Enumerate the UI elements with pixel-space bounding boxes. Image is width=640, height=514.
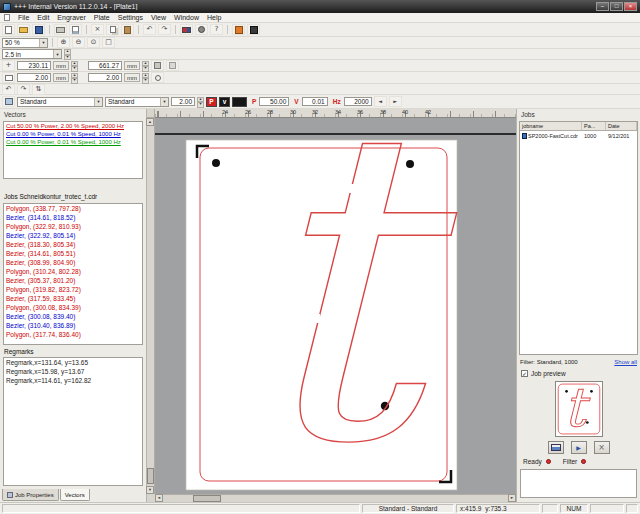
chevron-down-icon[interactable]: ▼: [94, 98, 102, 106]
drawing-area[interactable]: t: [155, 118, 516, 494]
vector-item[interactable]: Bezier, (314.61, 805.51): [4, 249, 142, 258]
vector-item[interactable]: Polygon, (300.08, 834.39): [4, 303, 142, 312]
crosshair-icon[interactable]: +: [2, 60, 15, 71]
width-field[interactable]: 2.00: [17, 73, 51, 82]
delete-job-button[interactable]: ×: [594, 441, 610, 454]
material-icon[interactable]: [2, 96, 15, 107]
gear-icon[interactable]: [195, 24, 208, 35]
vector-item[interactable]: Bezier, (314.61, 818.52): [4, 213, 142, 222]
run-job-button[interactable]: ▶: [571, 441, 587, 454]
vector-item[interactable]: Bezier, (305.37, 801.20): [4, 276, 142, 285]
get-position-icon[interactable]: [151, 60, 164, 71]
vector-item[interactable]: Polygon, (338.77, 797.28): [4, 204, 142, 213]
menu-engraver[interactable]: Engraver: [57, 14, 85, 21]
regmark-item[interactable]: Regmark,x=114.61, y=162.82: [4, 376, 142, 385]
print-preview-icon[interactable]: [69, 24, 82, 35]
print-icon[interactable]: [54, 24, 67, 35]
vector-item[interactable]: Polygon, (319.82, 823.72): [4, 285, 142, 294]
vector-item[interactable]: Bezier, (310.40, 836.89): [4, 321, 142, 330]
frequency-field[interactable]: 2000: [344, 97, 372, 106]
tab-vectors[interactable]: Vectors: [60, 489, 90, 501]
transfer-left-icon[interactable]: ◄: [374, 96, 387, 107]
speed-field[interactable]: 0.01: [302, 97, 328, 106]
power-field[interactable]: 50.00: [259, 97, 289, 106]
cut-icon[interactable]: ×: [91, 24, 104, 35]
job-preview-thumbnail[interactable]: t: [555, 381, 603, 437]
menu-view[interactable]: View: [151, 14, 166, 21]
vertical-scroll-thumb[interactable]: [147, 468, 154, 484]
scroll-down-icon[interactable]: ▼: [146, 486, 154, 494]
regmark-list[interactable]: Regmark,x=131.64, y=13.65 Regmark,x=15.9…: [3, 357, 143, 486]
height-field[interactable]: 2.00: [88, 73, 122, 82]
col-date[interactable]: Date: [606, 122, 637, 130]
process-p-badge[interactable]: P: [206, 97, 217, 107]
color-swatch-badge[interactable]: [232, 97, 247, 107]
zoom-fit-icon[interactable]: □: [102, 37, 115, 48]
maximize-button[interactable]: □: [610, 2, 623, 11]
chevron-down-icon[interactable]: ▼: [53, 50, 61, 58]
scroll-up-icon[interactable]: ▲: [146, 118, 154, 126]
open-folder-icon[interactable]: [17, 24, 30, 35]
paste-icon[interactable]: [121, 24, 134, 35]
rotate-right-icon[interactable]: ↷: [17, 84, 30, 95]
vector-item[interactable]: Bezier, (300.08, 839.40): [4, 312, 142, 321]
vector-item[interactable]: Bezier, (318.30, 805.34): [4, 240, 142, 249]
col-jobname[interactable]: jobname: [520, 122, 582, 130]
menu-plate[interactable]: Plate: [94, 14, 110, 21]
minimize-button[interactable]: −: [596, 2, 609, 11]
process-v-badge[interactable]: v: [219, 97, 230, 107]
position-x-field[interactable]: 230.11: [17, 61, 51, 70]
help-icon[interactable]: ?: [210, 24, 223, 35]
move-laser-icon[interactable]: [166, 60, 179, 71]
vector-list[interactable]: Polygon, (338.77, 797.28) Bezier, (314.6…: [3, 203, 143, 345]
redo-icon[interactable]: ↷: [158, 24, 171, 35]
layer-item[interactable]: Cut 0.00 % Power, 0.01 % Speed, 1000 Hz: [4, 138, 142, 146]
jobs-table[interactable]: jobname Pa... Date SP2000-FastCut.cdr 10…: [519, 121, 638, 355]
flip-icon[interactable]: ⇅: [32, 84, 45, 95]
update-icon[interactable]: [232, 24, 245, 35]
menu-file[interactable]: File: [18, 14, 29, 21]
print-job-button[interactable]: [548, 441, 564, 454]
job-preview-checkbox[interactable]: ✓: [521, 370, 528, 377]
menu-help[interactable]: Help: [207, 14, 221, 21]
position-y-field[interactable]: 661.27: [88, 61, 122, 70]
vector-item[interactable]: Polygon, (317.74, 836.40): [4, 330, 142, 339]
save-icon[interactable]: [32, 24, 45, 35]
vertical-scrollbar[interactable]: ▲ ▼: [147, 118, 155, 494]
vector-item[interactable]: Bezier, (317.59, 833.45): [4, 294, 142, 303]
copy-icon[interactable]: [106, 24, 119, 35]
material-select[interactable]: Standard ▼: [17, 97, 103, 107]
scroll-left-icon[interactable]: ◄: [155, 494, 163, 502]
engrave-icon[interactable]: [247, 24, 260, 35]
vector-item[interactable]: Polygon, (310.24, 802.28): [4, 267, 142, 276]
vector-item[interactable]: Bezier, (322.92, 805.14): [4, 231, 142, 240]
material-preset-select[interactable]: Standard ▼: [105, 97, 169, 107]
position-y-stepper[interactable]: ▲ ▼: [142, 61, 149, 71]
vector-item[interactable]: Bezier, (308.99, 804.90): [4, 258, 142, 267]
layer-list[interactable]: Cut 50.00 % Power, 2.00 % Speed, 2000 Hz…: [3, 121, 143, 179]
close-button[interactable]: ×: [624, 2, 637, 11]
horizontal-scroll-thumb[interactable]: [193, 495, 221, 502]
col-pa[interactable]: Pa...: [582, 122, 606, 130]
new-document-icon[interactable]: [2, 24, 15, 35]
zoom-out-icon[interactable]: ⊖: [72, 37, 85, 48]
undo-icon[interactable]: ↶: [143, 24, 156, 35]
link-icon[interactable]: [151, 72, 164, 83]
zoom-in-icon[interactable]: ⊕: [57, 37, 70, 48]
show-all-link[interactable]: Show all: [614, 359, 637, 365]
tab-job-properties[interactable]: Job Properties: [2, 489, 59, 501]
dimensions-icon[interactable]: [2, 72, 15, 83]
vector-item[interactable]: Polygon, (322.92, 810.93): [4, 222, 142, 231]
layer-item[interactable]: Cut 0.00 % Power, 0.01 % Speed, 1000 Hz: [4, 130, 142, 138]
table-row[interactable]: SP2000-FastCut.cdr 1000 9/12/201: [520, 131, 637, 140]
size-stepper[interactable]: ▲ ▼: [64, 49, 71, 59]
height-stepper[interactable]: ▲ ▼: [142, 73, 149, 83]
layer-item[interactable]: Cut 50.00 % Power, 2.00 % Speed, 2000 Hz: [4, 122, 142, 130]
menu-window[interactable]: Window: [174, 14, 199, 21]
regmark-item[interactable]: Regmark,x=131.64, y=13.65: [4, 358, 142, 367]
transfer-right-icon[interactable]: ►: [389, 96, 402, 107]
horizontal-scrollbar[interactable]: ◄ ►: [155, 494, 516, 502]
scroll-right-icon[interactable]: ►: [508, 494, 516, 502]
chevron-down-icon[interactable]: ▼: [160, 98, 168, 106]
document-icon[interactable]: [4, 14, 10, 21]
